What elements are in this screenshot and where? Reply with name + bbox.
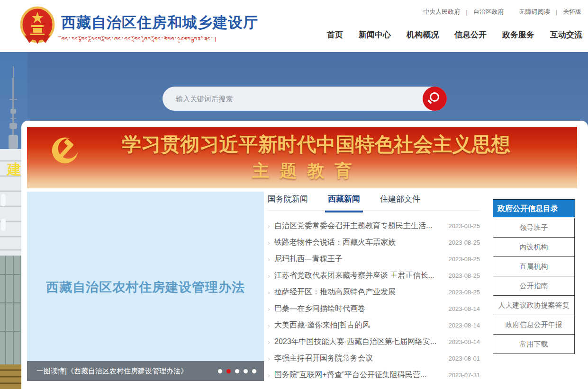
bullet-icon: › (268, 371, 270, 379)
news-date: 2023-07-31 (449, 371, 480, 379)
news-date: 2023-08-25 (449, 289, 480, 296)
bullet-icon: › (268, 354, 270, 362)
topbar-link-care-version[interactable]: 关怀版 (563, 8, 581, 16)
search-input[interactable] (163, 87, 447, 111)
bullet-icon: › (268, 288, 270, 296)
theme-education-banner[interactable]: 学习贯彻习近平新时代中国特色社会主义思想 主题教育 (27, 127, 577, 188)
carousel[interactable]: 西藏自治区农村住房建设管理办法 一图读懂|《西藏自治区农村住房建设管理办法》 (27, 192, 264, 381)
news-item[interactable]: › 大美西藏·邀你来拍|哲古的风 2023-08-14 (268, 317, 480, 334)
building-logo-char: 建 (6, 161, 21, 177)
national-emblem-icon (20, 6, 55, 45)
sidebar-item-affiliated-orgs[interactable]: 直属机构 (493, 256, 575, 276)
carousel-dot-active[interactable] (226, 369, 231, 373)
bullet-icon: › (268, 239, 270, 247)
carousel-dot[interactable] (244, 369, 248, 373)
search-button[interactable] (423, 87, 447, 111)
nav-item-home[interactable]: 首页 (327, 29, 343, 40)
news-date: 2023-08-01 (449, 355, 480, 362)
carousel-dots (218, 369, 256, 373)
tab-tibet-news[interactable]: 西藏新闻 (328, 192, 360, 210)
sidebar-item-npc-cppcc-replies[interactable]: 人大建议政协提案答复 (493, 295, 575, 315)
bullet-icon: › (268, 222, 270, 230)
bullet-icon: › (268, 321, 270, 329)
news-date: 2023-08-25 (449, 239, 480, 246)
gov-info-directory-list: 领导班子 内设机构 直属机构 公开指南 人大建议政协提案答复 政府信息公开年报 … (493, 218, 575, 354)
sidebar-item-internal-orgs[interactable]: 内设机构 (493, 237, 575, 257)
topbar-link-region-gov[interactable]: 自治区政府 (473, 8, 504, 16)
news-item[interactable]: › 李强主持召开国务院常务会议 2023-08-01 (268, 350, 480, 367)
carousel-slide-title: 西藏自治区农村住房建设管理办法 (27, 279, 264, 296)
topbar-separator: | (556, 9, 557, 16)
content-card: 学习贯彻习近平新时代中国特色社会主义思想 主题教育 西藏自治区农村住房建设管理办… (21, 121, 588, 389)
news-date: 2023-08-25 (449, 256, 480, 263)
nav-item-gov-services[interactable]: 政务服务 (502, 29, 534, 40)
bullet-icon: › (268, 305, 270, 313)
news-date: 2023-08-14 (449, 322, 480, 329)
news-list: › 自治区党委常委会召开主题教育专题民主生活... 2023-08-25 › 铁… (268, 218, 480, 383)
nav-item-news-center[interactable]: 新闻中心 (359, 29, 391, 40)
sidebar-item-common-downloads[interactable]: 常用下载 (493, 334, 575, 354)
carousel-caption-bar: 一图读懂|《西藏自治区农村住房建设管理办法》 (27, 361, 264, 381)
carousel-dot[interactable] (235, 369, 239, 373)
news-item[interactable]: › 国务院“互联网+督查”平台公开征集阻碍民营... 2023-07-31 (268, 367, 480, 383)
news-item[interactable]: › 巴桑—在乡间描绘时代画卷 2023-08-14 (268, 301, 480, 317)
news-item[interactable]: › 尼玛扎西—青稞王子 2023-08-25 (268, 251, 480, 267)
sidebar-item-leadership[interactable]: 领导班子 (493, 218, 575, 238)
brand-text: 西藏自治区住房和城乡建设厅 བོད་རང་སྐྱོང་ལྗོངས་སྡོད་ཁང… (61, 6, 258, 43)
magnifier-icon (430, 92, 439, 102)
site-logo[interactable]: 西藏自治区住房和城乡建设厅 བོད་རང་སྐྱོང་ལྗོངས་སྡོད་ཁང… (20, 6, 258, 45)
sidebar-item-disclosure-guide[interactable]: 公开指南 (493, 276, 575, 296)
party-emblem-icon (46, 134, 82, 170)
bullet-icon: › (268, 338, 270, 346)
topbar-link-central-gov[interactable]: 中央人民政府 (423, 8, 460, 16)
news-panel: 国务院新闻 西藏新闻 住建部文件 › 自治区党委常委会召开主题教育专题民主生活.… (268, 192, 480, 383)
bullet-icon: › (268, 272, 270, 280)
topbar: 中央人民政府 | 自治区政府 无障碍阅读 | 关怀版 (423, 8, 581, 16)
site-subtitle-tibetan: བོད་རང་སྐྱོང་ལྗོངས་སྡོད་ཁང་དང་གྲོང་ཁྱེར་… (61, 36, 258, 43)
banner-line1: 学习贯彻习近平新时代中国特色社会主义思想 (122, 132, 511, 158)
news-item[interactable]: › 2023年中国技能大赛-西藏自治区第七届网络安... 2023-08-14 (268, 334, 480, 350)
news-date: 2023-08-14 (449, 305, 480, 312)
search-bar (163, 87, 447, 111)
bullet-icon: › (268, 255, 270, 263)
carousel-dot[interactable] (218, 369, 222, 373)
page: 西藏自治区住房和城乡建设厅 བོད་རང་སྐྱོང་ལྗོངས་སྡོད་ཁང… (0, 0, 588, 389)
news-item[interactable]: › 江苏省党政代表团来藏考察并座谈 王君正信长... 2023-08-25 (268, 267, 480, 284)
site-header: 西藏自治区住房和城乡建设厅 བོད་རང་སྐྱོང་ལྗོངས་སྡོད་ཁང… (0, 0, 588, 52)
topbar-separator: | (466, 9, 467, 16)
tab-state-council-news[interactable]: 国务院新闻 (268, 192, 308, 210)
sidebar-item-annual-report[interactable]: 政府信息公开年报 (493, 315, 575, 335)
gov-info-directory: 政府公开信息目录 领导班子 内设机构 直属机构 公开指南 人大建议政协提案答复 … (493, 199, 575, 354)
news-date: 2023-08-25 (449, 272, 480, 279)
news-tabs: 国务院新闻 西藏新闻 住建部文件 (268, 192, 480, 211)
carousel-dot[interactable] (252, 369, 256, 373)
news-item[interactable]: › 拉萨经开区：推动高原特色产业发展 2023-08-25 (268, 284, 480, 301)
nav-item-interaction[interactable]: 互动交流 (550, 29, 582, 40)
site-title: 西藏自治区住房和城乡建设厅 (61, 13, 258, 33)
tab-mohurd-documents[interactable]: 住建部文件 (380, 192, 420, 210)
topbar-link-accessibility[interactable]: 无障碍阅读 (519, 8, 550, 16)
nav-item-info-disclosure[interactable]: 信息公开 (454, 29, 487, 40)
news-item[interactable]: › 自治区党委常委会召开主题教育专题民主生活... 2023-08-25 (268, 218, 480, 234)
news-date: 2023-08-25 (449, 222, 480, 230)
news-date: 2023-08-14 (449, 338, 480, 345)
carousel-caption-text[interactable]: 一图读懂|《西藏自治区农村住房建设管理办法》 (36, 367, 218, 376)
main-nav: 首页 新闻中心 机构概况 信息公开 政务服务 互动交流 (327, 29, 582, 40)
banner-line2: 主题教育 (242, 159, 362, 183)
nav-item-organization[interactable]: 机构概况 (407, 29, 439, 40)
gov-info-directory-title: 政府公开信息目录 (493, 199, 575, 217)
news-item[interactable]: › 铁路老物件会说话：西藏火车票家族 2023-08-25 (268, 234, 480, 251)
